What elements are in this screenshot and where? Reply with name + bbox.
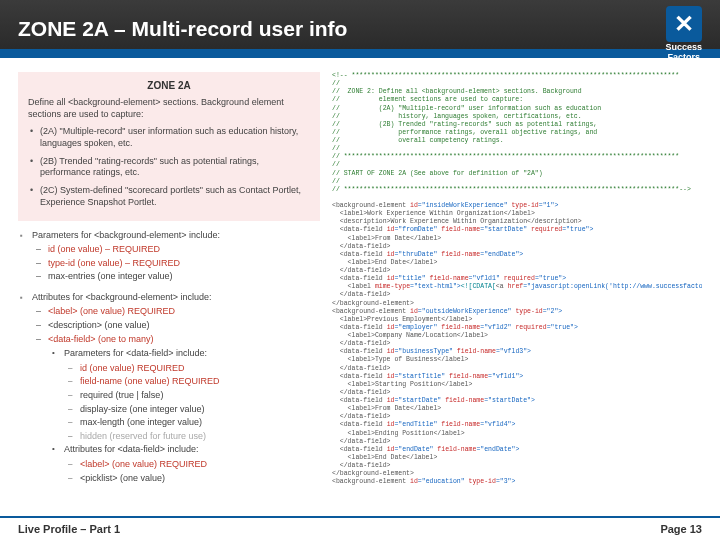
callout-item: (2A) "Multiple-record" user information … — [28, 126, 310, 149]
params-head: Parameters for <background-element> incl… — [32, 230, 220, 240]
df-attrs-group: Attributes for <data-field> include: <la… — [48, 443, 320, 484]
zone-callout: ZONE 2A Define all <background-element> … — [18, 72, 320, 221]
df-params-group: Parameters for <data-field> include: id … — [48, 347, 320, 442]
slide-footer: Live Profile – Part 1 Page 13 — [0, 516, 720, 540]
logo-text-1: Success — [665, 43, 702, 52]
code-panel: <!-- ***********************************… — [332, 72, 702, 510]
logo-icon: ✕ — [666, 6, 702, 42]
attr-item: <description> (one value) — [32, 319, 320, 332]
callout-item: (2B) Trended "rating-records" such as po… — [28, 156, 310, 179]
df-param: hidden (reserved for future use) — [64, 430, 320, 443]
callout-list: (2A) "Multiple-record" user information … — [28, 126, 310, 208]
logo-text-2: Factors — [667, 53, 700, 62]
footer-page: Page 13 — [660, 523, 702, 535]
callout-item: (2C) System-defined "scorecard portlets"… — [28, 185, 310, 208]
callout-intro: Define all <background-element> sections… — [28, 97, 310, 120]
df-param: field-name (one value) REQUIRED — [64, 375, 320, 388]
attr-item: <label> (one value) REQUIRED — [32, 305, 320, 318]
footer-left: Live Profile – Part 1 — [18, 523, 120, 535]
slide-body: ZONE 2A Define all <background-element> … — [0, 58, 720, 510]
slide-header: ZONE 2A – Multi-record user info ✕ Succe… — [0, 0, 720, 58]
attr-item: <data-field> (one to many) Parameters fo… — [32, 333, 320, 485]
param-item: type-id (one value) – REQUIRED — [32, 257, 320, 270]
params-section: Parameters for <background-element> incl… — [18, 229, 320, 485]
callout-title: ZONE 2A — [28, 80, 310, 91]
param-item: max-entries (one integer value) — [32, 270, 320, 283]
df-param: id (one value) REQUIRED — [64, 362, 320, 375]
param-item: id (one value) – REQUIRED — [32, 243, 320, 256]
attrs-head: Attributes for <background-element> incl… — [32, 292, 212, 302]
brand-logo: ✕ Success Factors — [665, 6, 702, 62]
params-group: Parameters for <background-element> incl… — [18, 229, 320, 283]
df-attr: <label> (one value) REQUIRED — [64, 458, 320, 471]
df-param: display-size (one integer value) — [64, 403, 320, 416]
left-column: ZONE 2A Define all <background-element> … — [18, 72, 320, 510]
attrs-group: Attributes for <background-element> incl… — [18, 291, 320, 484]
df-attr: <picklist> (one value) — [64, 472, 320, 485]
df-param: required (true | false) — [64, 389, 320, 402]
df-param: max-length (one integer value) — [64, 416, 320, 429]
slide-title: ZONE 2A – Multi-record user info — [18, 17, 347, 41]
